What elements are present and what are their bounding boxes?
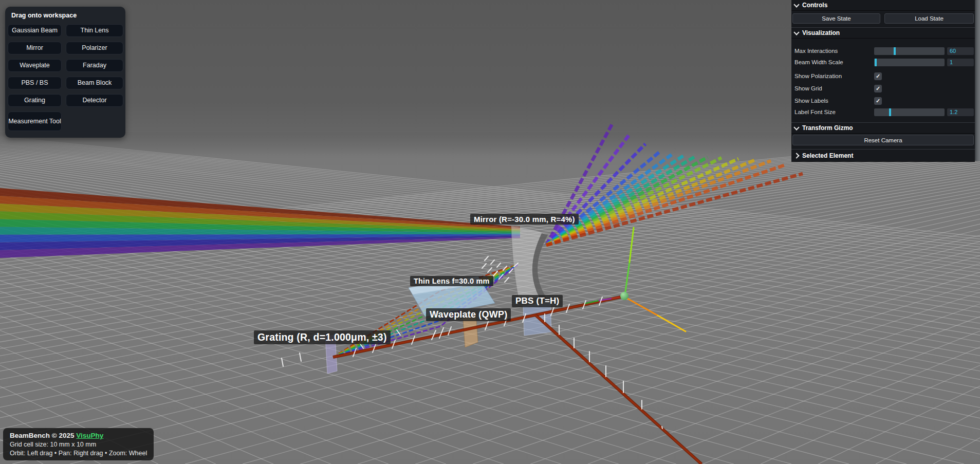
palette-button-faraday[interactable]: Faraday xyxy=(66,59,123,72)
label-font-size-label: Label Font Size xyxy=(794,108,836,116)
load-state-button[interactable]: Load State xyxy=(884,13,974,24)
slider-handle[interactable] xyxy=(894,47,896,55)
max-interactions-value[interactable]: 60 xyxy=(947,47,974,55)
component-palette-panel: Drag onto workspace Gaussian Beam Thin L… xyxy=(5,7,125,138)
scene-label-thin-lens: Thin Lens f=30.0 mm xyxy=(410,276,493,286)
show-grid-checkbox[interactable]: ✓ xyxy=(874,85,882,92)
section-title: Selected Element xyxy=(802,152,853,159)
section-header-visualization[interactable]: Visualization xyxy=(791,27,975,39)
show-polarization-label: Show Polarization xyxy=(794,72,842,80)
brand-text: BeamBench © 2025 xyxy=(10,432,75,439)
chevron-down-icon xyxy=(793,29,799,35)
palette-button-gaussian-beam[interactable]: Gaussian Beam xyxy=(8,24,62,37)
palette-button-mirror[interactable]: Mirror xyxy=(8,42,62,54)
reset-camera-button[interactable]: Reset Camera xyxy=(792,135,974,145)
section-header-controls[interactable]: Controls xyxy=(791,0,975,11)
section-title: Transform Gizmo xyxy=(802,124,853,132)
checkmark-icon: ✓ xyxy=(876,73,880,79)
show-labels-checkbox[interactable]: ✓ xyxy=(874,97,882,105)
palette-title: Drag onto workspace xyxy=(5,7,125,19)
max-interactions-label: Max Interactions xyxy=(794,47,838,55)
beam-source-sphere[interactable] xyxy=(620,292,628,300)
pbs-element[interactable] xyxy=(523,303,551,336)
scene-label-waveplate: Waveplate (QWP) xyxy=(426,308,511,321)
section-title: Controls xyxy=(802,2,827,9)
beam-width-scale-value[interactable]: 1 xyxy=(947,59,974,66)
beambench-app: Mirror (R=-30.0 mm, R=4%) Thin Lens f=30… xyxy=(0,0,980,464)
palette-buttons: Gaussian Beam Thin Lens Mirror Polarizer… xyxy=(5,19,125,131)
slider-handle[interactable] xyxy=(875,59,877,66)
controls-panel: Controls Save State Load State Visualiza… xyxy=(791,0,975,161)
scene-label-grating: Grating (R, d=1.000μm, ±3) xyxy=(254,330,391,344)
section-title: Visualization xyxy=(802,29,840,36)
save-state-button[interactable]: Save State xyxy=(792,13,880,24)
chevron-down-icon xyxy=(793,2,799,7)
controls-hint-line: Orbit: Left drag • Pan: Right drag • Zoo… xyxy=(10,450,147,457)
label-font-size-slider[interactable] xyxy=(874,108,945,116)
max-interactions-slider[interactable] xyxy=(874,47,945,55)
show-labels-label: Show Labels xyxy=(794,97,828,105)
show-grid-label: Show Grid xyxy=(794,85,822,92)
slider-handle[interactable] xyxy=(889,108,891,116)
palette-button-waveplate[interactable]: Waveplate xyxy=(8,59,62,72)
visuphy-link[interactable]: VisuPhy xyxy=(76,432,103,439)
palette-button-thin-lens[interactable]: Thin Lens xyxy=(66,24,123,37)
section-header-transform-gizmo[interactable]: Transform Gizmo xyxy=(791,122,975,134)
chevron-down-icon xyxy=(793,124,799,130)
palette-button-beam-block[interactable]: Beam Block xyxy=(66,77,123,89)
show-polarization-checkbox[interactable]: ✓ xyxy=(874,72,882,80)
palette-button-grating[interactable]: Grating xyxy=(8,94,62,107)
palette-button-polarizer[interactable]: Polarizer xyxy=(66,42,123,54)
brand-line: BeamBench © 2025 VisuPhy xyxy=(10,432,147,439)
panel-scrollbar[interactable] xyxy=(975,0,980,161)
checkmark-icon: ✓ xyxy=(876,98,880,104)
scene-label-pbs: PBS (T=H) xyxy=(512,295,563,307)
label-font-size-value[interactable]: 1.2 xyxy=(947,108,974,116)
beam-width-scale-slider[interactable] xyxy=(874,59,945,66)
palette-button-pbs-bs[interactable]: PBS / BS xyxy=(8,77,62,89)
beam-width-scale-label: Beam Width Scale xyxy=(794,59,843,66)
grid-size-line: Grid cell size: 10 mm x 10 mm xyxy=(10,441,147,448)
checkmark-icon: ✓ xyxy=(876,86,880,91)
chevron-right-icon xyxy=(793,153,799,158)
palette-button-detector[interactable]: Detector xyxy=(66,94,123,107)
section-header-selected-element[interactable]: Selected Element xyxy=(791,149,975,162)
beam-source-gizmo xyxy=(620,228,686,331)
info-box: BeamBench © 2025 VisuPhy Grid cell size:… xyxy=(3,428,154,460)
scene-label-mirror: Mirror (R=-30.0 mm, R=4%) xyxy=(470,214,579,225)
palette-button-measurement-tool[interactable]: Measurement Tool xyxy=(8,112,62,131)
